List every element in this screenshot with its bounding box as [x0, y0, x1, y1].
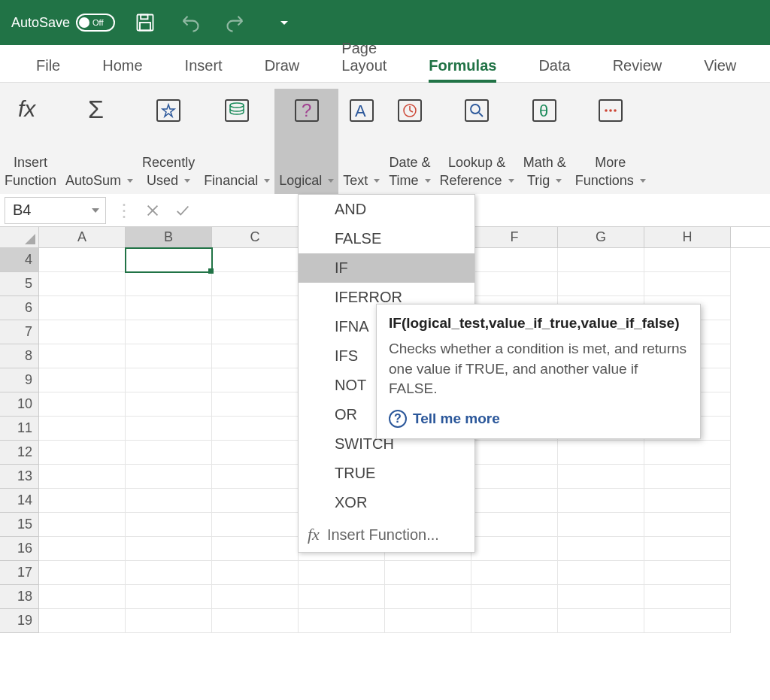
- cell[interactable]: [212, 344, 299, 368]
- cell[interactable]: [126, 272, 212, 296]
- cell[interactable]: [212, 513, 299, 537]
- column-header-H[interactable]: H: [644, 227, 731, 247]
- row-header-8[interactable]: 8: [0, 344, 39, 368]
- cell[interactable]: [644, 465, 731, 489]
- ribbon-text[interactable]: AText: [338, 89, 384, 194]
- dropdown-item-if[interactable]: IF: [299, 253, 474, 283]
- cell[interactable]: [299, 609, 385, 633]
- ribbon-date-[interactable]: Date &Time: [384, 89, 435, 194]
- enter-button[interactable]: [168, 195, 198, 226]
- cell[interactable]: [212, 368, 299, 392]
- cell[interactable]: [126, 248, 212, 272]
- tab-draw[interactable]: Draw: [244, 50, 321, 82]
- cell[interactable]: [39, 609, 126, 633]
- redo-icon[interactable]: [220, 8, 250, 38]
- cell[interactable]: [471, 441, 558, 465]
- select-all-corner[interactable]: [0, 227, 39, 247]
- row-header-15[interactable]: 15: [0, 513, 39, 537]
- insert-function-item[interactable]: fxInsert Function...: [299, 517, 474, 552]
- row-header-16[interactable]: 16: [0, 537, 39, 561]
- cell[interactable]: [212, 489, 299, 513]
- cell[interactable]: [385, 585, 471, 609]
- cell[interactable]: [644, 272, 731, 296]
- ribbon-financial[interactable]: Financial: [199, 89, 274, 194]
- cell[interactable]: [39, 561, 126, 585]
- cell[interactable]: [212, 392, 299, 417]
- ribbon-insert[interactable]: fxInsertFunction: [0, 89, 61, 194]
- row-header-14[interactable]: 14: [0, 489, 39, 513]
- cell[interactable]: [558, 537, 644, 561]
- cell[interactable]: [126, 513, 212, 537]
- cell[interactable]: [212, 609, 299, 633]
- cell[interactable]: [558, 272, 644, 296]
- cell[interactable]: [126, 609, 212, 633]
- row-header-6[interactable]: 6: [0, 296, 39, 320]
- cell[interactable]: [644, 248, 731, 272]
- cell[interactable]: [39, 537, 126, 561]
- row-header-17[interactable]: 17: [0, 561, 39, 585]
- cancel-button[interactable]: [138, 195, 168, 226]
- row-header-12[interactable]: 12: [0, 441, 39, 465]
- cell[interactable]: [644, 585, 731, 609]
- cell[interactable]: [126, 417, 212, 441]
- cell[interactable]: [558, 489, 644, 513]
- cell[interactable]: [471, 537, 558, 561]
- cell[interactable]: [471, 561, 558, 585]
- tell-me-more-link[interactable]: ? Tell me more: [389, 410, 688, 428]
- cell[interactable]: [644, 537, 731, 561]
- cell[interactable]: [558, 465, 644, 489]
- dropdown-item-and[interactable]: AND: [299, 195, 474, 224]
- cell[interactable]: [39, 296, 126, 320]
- cell[interactable]: [212, 272, 299, 296]
- tab-data[interactable]: Data: [517, 50, 591, 82]
- tab-page-layout[interactable]: Page Layout: [320, 32, 408, 82]
- row-header-18[interactable]: 18: [0, 585, 39, 609]
- row-header-11[interactable]: 11: [0, 417, 39, 441]
- column-header-C[interactable]: C: [212, 227, 299, 247]
- cell[interactable]: [212, 465, 299, 489]
- cell[interactable]: [126, 344, 212, 368]
- cell[interactable]: [39, 465, 126, 489]
- cell[interactable]: [471, 465, 558, 489]
- cell[interactable]: [39, 441, 126, 465]
- cell[interactable]: [212, 417, 299, 441]
- tab-review[interactable]: Review: [592, 50, 684, 82]
- cell[interactable]: [39, 392, 126, 417]
- dropdown-item-xor[interactable]: XOR: [299, 488, 474, 517]
- ribbon-autosum[interactable]: ΣAutoSum: [61, 89, 138, 194]
- cell[interactable]: [471, 513, 558, 537]
- row-header-5[interactable]: 5: [0, 272, 39, 296]
- cell[interactable]: [644, 609, 731, 633]
- tab-file[interactable]: File: [15, 50, 81, 82]
- cell[interactable]: [558, 585, 644, 609]
- cell[interactable]: [39, 320, 126, 344]
- cell[interactable]: [212, 561, 299, 585]
- cell[interactable]: [558, 513, 644, 537]
- save-icon[interactable]: [130, 8, 160, 38]
- cell[interactable]: [39, 489, 126, 513]
- row-header-9[interactable]: 9: [0, 368, 39, 392]
- cell[interactable]: [212, 296, 299, 320]
- cell[interactable]: [385, 609, 471, 633]
- dropdown-item-true[interactable]: TRUE: [299, 459, 474, 488]
- cell[interactable]: [126, 441, 212, 465]
- undo-icon[interactable]: [175, 8, 205, 38]
- row-header-13[interactable]: 13: [0, 465, 39, 489]
- cell[interactable]: [471, 489, 558, 513]
- cell[interactable]: [39, 417, 126, 441]
- cell[interactable]: [644, 489, 731, 513]
- column-header-A[interactable]: A: [39, 227, 126, 247]
- cell[interactable]: [126, 585, 212, 609]
- cell[interactable]: [644, 561, 731, 585]
- cell[interactable]: [471, 272, 558, 296]
- cell[interactable]: [39, 585, 126, 609]
- tab-formulas[interactable]: Formulas: [408, 50, 517, 82]
- column-header-F[interactable]: F: [471, 227, 558, 247]
- cell[interactable]: [299, 561, 385, 585]
- cell[interactable]: [644, 513, 731, 537]
- cell[interactable]: [212, 585, 299, 609]
- cell[interactable]: [471, 609, 558, 633]
- tab-insert[interactable]: Insert: [164, 50, 244, 82]
- cell[interactable]: [299, 585, 385, 609]
- cell[interactable]: [212, 441, 299, 465]
